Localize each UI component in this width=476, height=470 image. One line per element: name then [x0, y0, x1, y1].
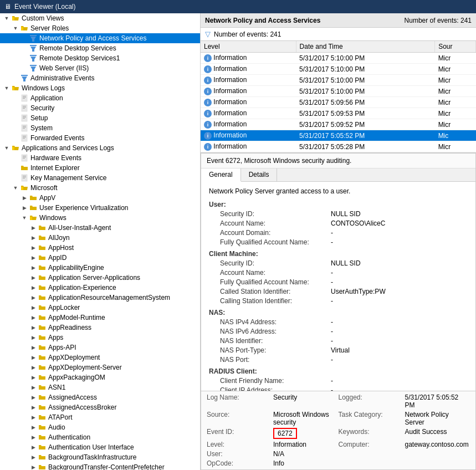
- expand-btn-app-experience[interactable]: ▶: [29, 283, 38, 292]
- tree-icon-applocker: [38, 303, 47, 312]
- table-row[interactable]: i Information5/31/2017 5:09:56 PMMicr: [201, 97, 476, 108]
- expand-btn-audio[interactable]: ▶: [29, 423, 38, 432]
- expand-btn-background-transfer[interactable]: ▶: [29, 463, 38, 470]
- tree-item-app-resource-mgmt[interactable]: ▶ApplicationResourceManagementSystem: [0, 293, 200, 303]
- tree-item-applocker[interactable]: ▶AppLocker: [0, 303, 200, 313]
- tree-item-all-user-install[interactable]: ▶All-User-Install-Agent: [0, 223, 200, 233]
- tree-item-appreadiness[interactable]: ▶AppReadiness: [0, 323, 200, 333]
- tree-item-key-mgmt[interactable]: ▶Key Management Service: [0, 173, 200, 183]
- expand-btn-microsoft[interactable]: ▼: [11, 183, 20, 192]
- tree-item-applicability-engine[interactable]: ▶ApplicabilityEngine: [0, 263, 200, 273]
- expand-btn-applocker[interactable]: ▶: [29, 303, 38, 312]
- field-label: Security ID:: [220, 259, 331, 268]
- tree-item-app-server-apps[interactable]: ▶Application Server-Applications: [0, 273, 200, 283]
- title-bar-label: Event Viewer (Local): [14, 3, 76, 11]
- tree-icon-custom-views: [11, 14, 20, 23]
- table-row[interactable]: i Information5/31/2017 5:05:52 PMMic: [201, 130, 476, 141]
- tree-item-custom-views[interactable]: ▼Custom Views: [0, 13, 200, 23]
- tree-item-appmodel-runtime[interactable]: ▶AppModel-Runtime: [0, 313, 200, 323]
- tree-item-setup[interactable]: ▶Setup: [0, 113, 200, 123]
- tree-item-ataport[interactable]: ▶ATAPort: [0, 412, 200, 422]
- table-row[interactable]: i Information5/31/2017 5:10:00 PMMicr: [201, 64, 476, 75]
- table-row[interactable]: i Information5/31/2017 5:05:28 PMMicr: [201, 141, 476, 152]
- expand-btn-windows[interactable]: ▼: [20, 213, 29, 222]
- expand-btn-authentication[interactable]: ▶: [29, 433, 38, 442]
- tree-item-alljoyn[interactable]: ▶AllJoyn: [0, 233, 200, 243]
- expand-btn-asn1[interactable]: ▶: [29, 383, 38, 392]
- expand-btn-app-services-logs[interactable]: ▼: [2, 144, 11, 152]
- table-row[interactable]: i Information5/31/2017 5:09:53 PMMicr: [201, 108, 476, 119]
- tree-item-apps-api[interactable]: ▶Apps-API: [0, 343, 200, 352]
- tree-item-appxdeployment-server[interactable]: ▶AppXDeployment-Server: [0, 362, 200, 372]
- tab-details[interactable]: Details: [241, 168, 278, 181]
- expand-btn-ataport[interactable]: ▶: [29, 413, 38, 422]
- tree-item-microsoft[interactable]: ▼Microsoft: [0, 183, 200, 193]
- tree-item-asn1[interactable]: ▶ASN1: [0, 382, 200, 392]
- expand-btn-appmodel-runtime[interactable]: ▶: [29, 313, 38, 322]
- tree-item-application[interactable]: ▶Application: [0, 93, 200, 103]
- table-row[interactable]: i Information5/31/2017 5:10:00 PMMicr: [201, 86, 476, 97]
- tree-item-npas[interactable]: ▶Network Policy and Access Services: [0, 33, 200, 43]
- table-row[interactable]: i Information5/31/2017 5:10:00 PMMicr: [201, 53, 476, 64]
- svg-rect-14: [23, 96, 26, 96]
- expand-btn-apps-api[interactable]: ▶: [29, 343, 38, 352]
- tree-item-apps[interactable]: ▶Apps: [0, 333, 200, 343]
- expand-btn-all-user-install[interactable]: ▶: [29, 223, 38, 232]
- tree-item-apphost[interactable]: ▶AppHost: [0, 243, 200, 253]
- tree-item-assigned-access[interactable]: ▶AssignedAccess: [0, 392, 200, 402]
- tree-item-app-services-logs[interactable]: ▼Applications and Services Logs: [0, 143, 200, 153]
- expand-btn-appxpackagingom[interactable]: ▶: [29, 373, 38, 382]
- tree-item-audio[interactable]: ▶Audio: [0, 422, 200, 432]
- expand-btn-background-task[interactable]: ▶: [29, 453, 38, 462]
- expand-btn-app-server-apps[interactable]: ▶: [29, 273, 38, 282]
- tree-item-authentication[interactable]: ▶Authentication: [0, 432, 200, 442]
- tree-item-assigned-access-broker[interactable]: ▶AssignedAccessBroker: [0, 402, 200, 412]
- expand-btn-appxdeployment[interactable]: ▶: [29, 353, 38, 362]
- expand-btn-user-exp[interactable]: ▶: [20, 203, 29, 212]
- tree-item-web-server[interactable]: ▶Web Server (IIS): [0, 63, 200, 73]
- tree-item-server-roles[interactable]: ▼Server Roles: [0, 23, 200, 33]
- tree-item-appxdeployment[interactable]: ▶AppXDeployment: [0, 352, 200, 362]
- expand-btn-appxdeployment-server[interactable]: ▶: [29, 363, 38, 372]
- svg-rect-4: [30, 45, 37, 46]
- expand-btn-assigned-access-broker[interactable]: ▶: [29, 403, 38, 412]
- tab-general[interactable]: General: [201, 168, 241, 182]
- tree-item-user-exp[interactable]: ▶User Experience Virtualization: [0, 203, 200, 213]
- tree-item-windows[interactable]: ▼Windows: [0, 213, 200, 223]
- tree-item-remote-desktop1[interactable]: ▶Remote Desktop Services1: [0, 53, 200, 63]
- expand-btn-applicability-engine[interactable]: ▶: [29, 263, 38, 272]
- expand-btn-apphost[interactable]: ▶: [29, 243, 38, 252]
- expand-btn-assigned-access[interactable]: ▶: [29, 393, 38, 402]
- tree-item-appid[interactable]: ▶AppID: [0, 253, 200, 263]
- tree-item-app-experience[interactable]: ▶Application-Experience: [0, 283, 200, 293]
- event-id-label: Event ID:: [207, 428, 273, 439]
- tree-item-admin-events[interactable]: ▶Administrative Events: [0, 73, 200, 83]
- expand-btn-alljoyn[interactable]: ▶: [29, 233, 38, 242]
- tree-item-security[interactable]: ▶Security: [0, 103, 200, 113]
- tree-item-background-task[interactable]: ▶BackgroundTaskInfrastructure: [0, 452, 200, 462]
- tree-item-system[interactable]: ▶System: [0, 123, 200, 133]
- expand-btn-appv[interactable]: ▶: [20, 193, 29, 202]
- expand-btn-app-resource-mgmt[interactable]: ▶: [29, 293, 38, 302]
- expand-btn-apps[interactable]: ▶: [29, 333, 38, 342]
- tree-item-appv[interactable]: ▶AppV: [0, 193, 200, 203]
- expand-btn-auth-user-interface[interactable]: ▶: [29, 443, 38, 452]
- tree-item-appxpackagingom[interactable]: ▶AppxPackagingOM: [0, 372, 200, 382]
- table-row[interactable]: i Information5/31/2017 5:09:52 PMMicr: [201, 119, 476, 130]
- tree-icon-remote-desktop1: [29, 54, 38, 63]
- tree-item-internet-explorer[interactable]: ▶Internet Explorer: [0, 163, 200, 173]
- expand-btn-appreadiness[interactable]: ▶: [29, 323, 38, 332]
- expand-btn-windows-logs[interactable]: ▼: [2, 84, 11, 93]
- tree-item-auth-user-interface[interactable]: ▶Authentication User Interface: [0, 442, 200, 452]
- expand-btn-appid[interactable]: ▶: [29, 253, 38, 262]
- tree-item-windows-logs[interactable]: ▼Windows Logs: [0, 83, 200, 93]
- tree-item-remote-desktop[interactable]: ▶Remote Desktop Services: [0, 43, 200, 53]
- expand-btn-server-roles[interactable]: ▼: [11, 24, 20, 33]
- tree-label-windows: Windows: [39, 214, 66, 222]
- table-row[interactable]: i Information5/31/2017 5:10:00 PMMicr: [201, 75, 476, 86]
- tree-item-forwarded-events[interactable]: ▶Forwarded Events: [0, 133, 200, 143]
- tree-item-hardware-events[interactable]: ▶Hardware Events: [0, 153, 200, 163]
- tree-item-background-transfer[interactable]: ▶BackgroundTransfer-ContentPrefetcher: [0, 462, 200, 470]
- tree-icon-setup: [20, 114, 29, 122]
- expand-btn-custom-views[interactable]: ▼: [2, 14, 11, 23]
